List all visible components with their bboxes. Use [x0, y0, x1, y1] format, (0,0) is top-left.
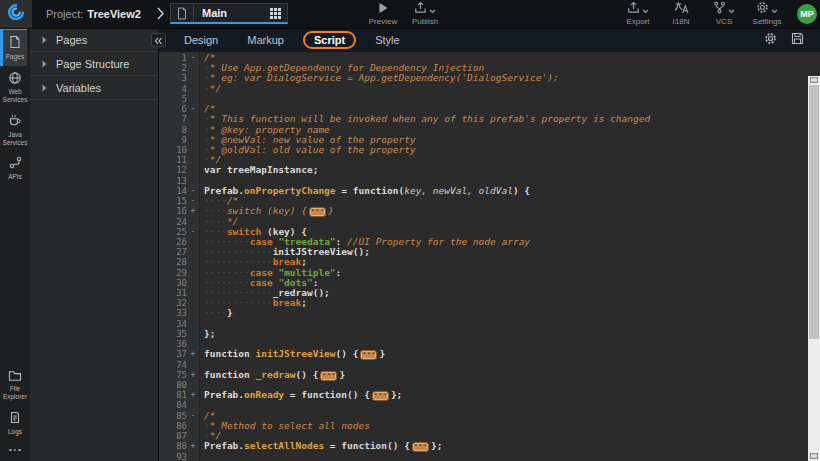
code-text[interactable]: ·* Method to select all nodes [204, 421, 808, 431]
sidebar-item-label: Java Services [3, 131, 28, 147]
code-text[interactable]: ·*/ [204, 84, 808, 94]
more-button[interactable] [0, 441, 30, 461]
code-line: 3·* eg: var DialogService = App.getDepen… [158, 73, 808, 83]
sidebar-item-label: Pages [6, 53, 24, 61]
chevron-down-icon [771, 7, 778, 16]
i18n-button[interactable]: I18N [666, 2, 696, 26]
code-text[interactable] [204, 452, 808, 461]
sidebar-item-java-services[interactable]: Java Services [0, 109, 27, 151]
line-number: 29 [158, 268, 187, 278]
line-number: 37 [158, 349, 187, 359]
fold-marker[interactable]: + [187, 349, 199, 359]
page-selector[interactable]: Main [170, 3, 288, 24]
branch-icon [713, 1, 726, 16]
save-button[interactable] [791, 31, 804, 49]
sidebar-item-label: File Explorer [3, 385, 27, 401]
code-text[interactable]: var treeMapInstance; [204, 165, 808, 175]
sidebar-item-pages[interactable]: Pages [0, 28, 27, 66]
fold-marker[interactable]: + [187, 390, 199, 400]
code-text[interactable]: ·* @oldVal: old value of the property [204, 145, 808, 155]
fold-marker[interactable]: - [187, 196, 199, 206]
tab-script[interactable]: Script [303, 31, 356, 49]
fold-marker [187, 257, 199, 267]
code-text[interactable]: ····} [204, 308, 808, 318]
line-number: 32 [158, 298, 187, 308]
settings-button[interactable]: Settings [752, 2, 782, 26]
fold-marker [187, 298, 199, 308]
panel-section-page-structure[interactable]: Page Structure [30, 52, 158, 76]
export-button[interactable]: Export [623, 2, 653, 26]
panel-section-pages[interactable]: Pages [30, 28, 158, 52]
code-line: 35}; [158, 329, 808, 339]
line-number: 3 [158, 73, 187, 83]
project-name: TreeView2 [87, 8, 141, 20]
fold-marker[interactable]: - [187, 186, 199, 196]
code-text[interactable]: function _redraw() {} [204, 370, 808, 380]
fold-marker[interactable]: - [187, 227, 199, 237]
code-text[interactable]: ····switch (key) {} [204, 206, 808, 216]
fold-marker [187, 380, 199, 390]
publish-button[interactable]: Publish [410, 2, 440, 26]
fold-marker [187, 268, 199, 278]
sidebar-item-apis[interactable]: APIs [0, 151, 27, 186]
code-text[interactable]: function initJStreeView() {} [204, 349, 808, 359]
current-page-name: Main [194, 7, 270, 19]
code-line: 75+function _redraw() {} [158, 370, 808, 380]
code-text[interactable] [204, 319, 808, 329]
fold-marker[interactable]: - [187, 104, 199, 114]
pages-icon [9, 35, 21, 51]
sidebar-item-logs[interactable]: Logs [0, 406, 27, 441]
sidebar-item-web-services[interactable]: Web Services [0, 66, 27, 109]
code-text[interactable]: ············break; [204, 298, 808, 308]
line-number: 8 [158, 125, 187, 135]
topbar-center-actions: Preview Publish [368, 2, 440, 26]
code-editor[interactable]: 1-/*2·* Use App.getDependency for Depend… [158, 52, 820, 461]
fold-marker [187, 176, 199, 186]
code-lines: 1-/*2·* Use App.getDependency for Depend… [158, 53, 808, 461]
scrollbar-thumb[interactable] [809, 85, 819, 339]
user-avatar[interactable]: MP [797, 4, 817, 24]
tab-style[interactable]: Style [365, 32, 409, 48]
line-number: 13 [158, 176, 187, 186]
tab-design[interactable]: Design [174, 32, 228, 48]
fold-marker[interactable]: + [187, 370, 199, 380]
line-number: 7 [158, 114, 187, 124]
fold-marker[interactable]: + [187, 441, 199, 451]
save-icon [791, 31, 804, 49]
code-line: 5 [158, 94, 808, 104]
sidebar-item-file-explorer[interactable]: File Explorer [0, 365, 27, 406]
code-text[interactable]: Prefab.onPropertyChange = function(key, … [204, 186, 808, 196]
code-line: 16+····switch (key) {} [158, 206, 808, 216]
line-number: 33 [158, 308, 187, 318]
line-number: 25 [158, 227, 187, 237]
fold-marker [187, 421, 199, 431]
fold-marker[interactable]: - [187, 53, 199, 63]
app-logo[interactable] [0, 0, 32, 28]
preview-button[interactable]: Preview [368, 2, 398, 26]
tab-markup[interactable]: Markup [237, 32, 294, 48]
publish-icon [414, 1, 427, 16]
code-text[interactable]: Prefab.onReady = function() {}; [204, 390, 808, 400]
fold-marker [187, 278, 199, 288]
code-text[interactable]: Prefab.selectAllNodes = function() {}; [204, 441, 808, 451]
fold-marker [187, 155, 199, 165]
panel-collapse-button[interactable] [151, 33, 166, 47]
vcs-button[interactable]: VCS [709, 2, 739, 26]
code-text[interactable]: }; [204, 329, 808, 339]
code-text[interactable] [204, 94, 808, 104]
panel-section-variables[interactable]: Variables [30, 76, 158, 100]
fold-marker[interactable]: + [187, 206, 199, 216]
code-text[interactable]: ·* eg: var DialogService = App.getDepend… [204, 73, 808, 83]
grid-icon[interactable] [270, 8, 281, 19]
fold-marker [187, 114, 199, 124]
project-breadcrumb: Project:TreeView2 [46, 8, 141, 20]
code-line: 4·*/ [158, 84, 808, 94]
script-settings-button[interactable] [764, 31, 777, 49]
preview-label: Preview [369, 17, 397, 26]
fold-marker[interactable]: - [187, 411, 199, 421]
editor-scrollbar[interactable] [808, 76, 820, 461]
top-bar: Project:TreeView2 Main Preview Publish [0, 0, 820, 29]
code-text[interactable] [204, 400, 808, 410]
page-doc-icon [171, 4, 194, 22]
scrollbar-annotation-bottom [810, 453, 818, 459]
